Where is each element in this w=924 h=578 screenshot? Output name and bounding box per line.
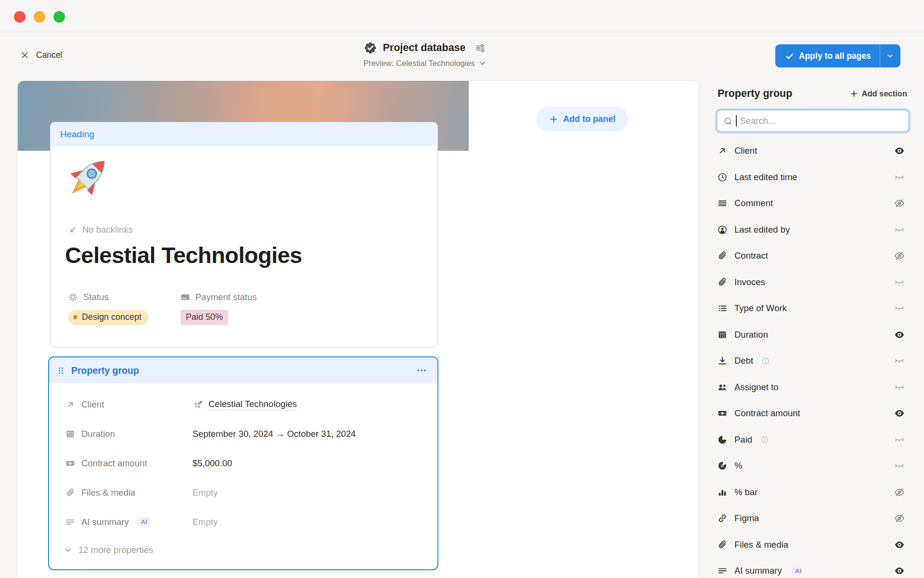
more-properties-label: 12 more properties [78,545,153,555]
arrow-up-right-icon [718,146,727,156]
visibility-toggle-eye-closed[interactable] [894,277,905,288]
apply-label: Apply to all pages [799,51,871,61]
check-icon [785,52,794,61]
minimize-window-button[interactable] [34,11,45,23]
visibility-toggle-eye-closed[interactable] [894,355,905,366]
search-placeholder: Search... [740,116,776,126]
visibility-toggle-eye-open[interactable] [894,408,905,419]
toolbar-title-group: Project database Preview: Celestial Tech… [0,41,887,68]
visibility-toggle-eye-closed[interactable] [894,460,905,471]
sidebar-item-paid[interactable]: Paid [717,427,909,453]
calendar-icon [718,330,727,340]
status-badge[interactable]: Design concept [68,310,148,325]
sidebar-item-debt[interactable]: Debt [717,348,909,374]
pie-icon [718,435,727,445]
property-value: Empty [192,517,218,527]
sidebar-item-last-edited-time[interactable]: Last edited time [717,164,909,191]
property-group-title: Property group [71,365,411,376]
sidebar-item-ai-summary[interactable]: AI summaryAI [717,558,909,578]
show-more-properties[interactable]: 12 more properties [49,537,437,564]
heading-section-card[interactable]: Heading No backlinks Celestial Technolog… [50,122,438,348]
bar-chart-icon [718,487,727,497]
paperclip-icon [65,488,75,498]
sidebar-item-last-edited-by[interactable]: Last edited by [717,217,909,243]
close-window-button[interactable] [14,11,26,23]
zoom-window-button[interactable] [53,11,65,23]
property-row-files-media[interactable]: Files & mediaEmpty [49,478,437,507]
visibility-toggle-eye-closed[interactable] [894,434,905,445]
sidebar-item-%[interactable]: % [717,453,909,479]
visibility-toggle-eye-off[interactable] [894,513,905,524]
page-preview-panel: Add to panel Heading No backlinks Celest… [18,81,699,578]
add-section-button[interactable]: Add section [850,89,907,98]
paperclip-icon [718,277,727,287]
visibility-toggle-eye-open[interactable] [894,145,905,156]
search-input[interactable]: Search... [717,110,909,132]
visibility-toggle-eye-open[interactable] [894,565,905,576]
property-label: Contract amount [65,458,192,469]
preview-page-dropdown[interactable]: Preview: Celestial Technologies [363,59,487,68]
visibility-toggle-eye-closed[interactable] [894,382,905,393]
sidebar-item-label: Duration [734,329,768,340]
sidebar-item-label: Files & media [734,539,788,550]
visibility-toggle-eye-off[interactable] [894,487,905,498]
sidebar-item-label: Comment [734,198,773,209]
sidebar-item-comment[interactable]: Comment [717,190,909,217]
calendar-icon [65,429,75,439]
chevron-down-icon [886,52,894,60]
more-menu-icon[interactable] [416,365,427,376]
property-label: Client [65,399,192,410]
info-icon [761,357,770,365]
inline-prop-label: Payment status [180,292,293,302]
arrow-up-right-icon [65,400,75,409]
visibility-toggle-eye-off[interactable] [894,250,905,261]
property-label: AI summaryAI [65,517,192,527]
sidebar-item-contract[interactable]: Contract [717,243,909,269]
arrow-down-left-icon [68,225,77,235]
sidebar-property-list: ClientLast edited timeCommentLast edited… [717,138,909,578]
text-lines-icon [718,198,727,208]
sidebar-item-figma[interactable]: Figma [717,505,909,532]
property-value: Empty [192,487,218,498]
rocket-page-icon[interactable] [62,152,114,204]
sidebar-item-type-of-work[interactable]: Type of Work [717,295,909,322]
property-row-contract-amount[interactable]: Contract amount$5,000.00 [49,448,437,478]
visibility-toggle-eye-closed[interactable] [894,224,905,235]
sidebar-item-invoces[interactable]: Invoces [717,269,909,296]
ai-badge: AI [792,566,805,576]
apply-to-all-pages-button[interactable]: Apply to all pages [775,44,900,67]
property-label: Duration [65,429,192,439]
property-value[interactable]: Celestial Technologies [192,399,297,410]
property-label: Files & media [65,487,192,498]
visibility-toggle-eye-off[interactable] [894,198,905,209]
sidebar-item-contract-amount[interactable]: Contract amount [717,400,909,427]
sidebar-item-client[interactable]: Client [717,138,909,164]
property-group-card[interactable]: Property group ClientCelestial Technolog… [48,356,438,570]
sidebar-item-assignet-to[interactable]: Assignet to [717,374,909,401]
link-icon [718,513,727,523]
add-to-panel-button[interactable]: Add to panel [537,107,628,131]
property-row-client[interactable]: ClientCelestial Technologies [49,390,437,419]
apply-options-caret[interactable] [880,44,900,67]
visibility-toggle-eye-closed[interactable] [894,172,905,183]
property-group-header[interactable]: Property group [49,357,437,383]
ai-badge: AI [138,517,151,526]
credit-card-icon [180,292,190,302]
chevron-down-icon [478,59,487,67]
heading-section-header[interactable]: Heading [51,122,437,146]
backlinks-indicator[interactable]: No backlinks [68,224,133,235]
select-badge[interactable]: Paid 50% [180,310,228,325]
visibility-toggle-eye-open[interactable] [894,539,905,550]
sidebar-item-files-media[interactable]: Files & media [717,532,909,558]
visibility-toggle-eye-open[interactable] [894,329,905,340]
property-row-duration[interactable]: DurationSeptember 30, 2024 → October 31,… [49,419,437,448]
visibility-toggle-eye-closed[interactable] [894,303,905,314]
sidebar-item-duration[interactable]: Duration [717,322,909,348]
drag-handle-icon[interactable] [57,366,66,375]
preview-label: Preview: Celestial Technologies [363,59,475,68]
filter-sliders-icon[interactable] [475,42,486,54]
sidebar-item-label: Contract [734,250,768,261]
download-icon [718,356,727,366]
property-row-ai-summary[interactable]: AI summaryAIEmpty [49,507,437,537]
sidebar-item-%-bar[interactable]: % bar [717,479,909,506]
